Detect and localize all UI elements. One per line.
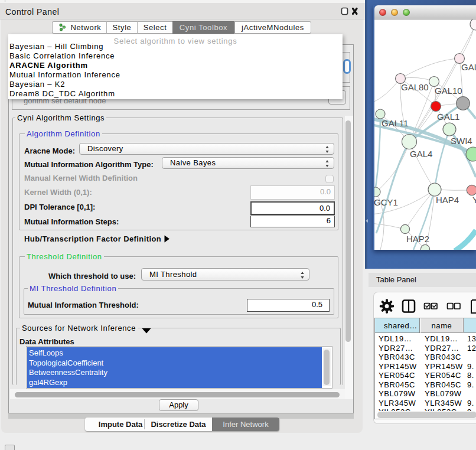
svg-text:GAL10: GAL10	[435, 86, 462, 96]
svg-text:HAP4: HAP4	[436, 195, 459, 205]
svg-text:GAL: GAL	[461, 62, 476, 72]
svg-text:Y: Y	[472, 195, 476, 205]
svg-text:SWI4: SWI4	[451, 136, 472, 146]
svg-text:GCY1: GCY1	[374, 197, 398, 207]
svg-text:GAL1: GAL1	[437, 112, 459, 122]
svg-text:GAL11: GAL11	[382, 118, 409, 128]
svg-text:GAL80: GAL80	[401, 82, 429, 92]
svg-text:HAP2: HAP2	[406, 234, 429, 244]
svg-text:GAL4: GAL4	[410, 149, 432, 159]
